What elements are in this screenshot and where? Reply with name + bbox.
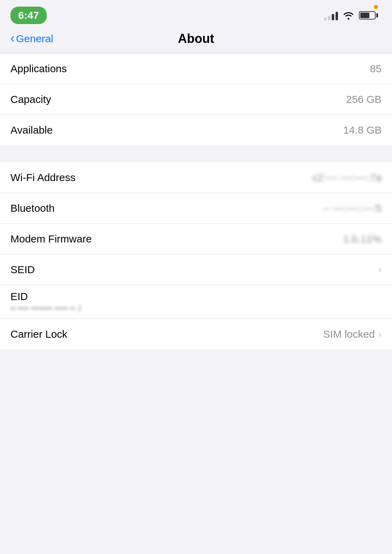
capacity-row: Capacity 256 GB [0,84,392,115]
wifi-address-value: c2:–– ––:––:7a [312,172,382,184]
signal-strength-icon [324,10,338,20]
wifi-address-label: Wi-Fi Address [10,172,76,184]
back-button[interactable]: ‹ General [10,33,53,45]
modem-firmware-label: Modem Firmware [10,233,92,245]
carrier-lock-chevron-icon: › [378,329,382,340]
status-bar: 6:47 [0,0,392,28]
section-gap-2 [0,350,392,366]
eid-value: •• •••• •••••••• ••••• •• 2 [10,304,82,313]
orange-dot-indicator [374,5,378,9]
carrier-lock-label: Carrier Lock [10,328,67,340]
seid-chevron-icon: › [378,264,382,275]
status-icons [324,10,378,20]
bluetooth-label: Bluetooth [10,202,55,214]
status-time: 6:47 [10,7,47,24]
section-gap-1 [0,145,392,162]
eid-row: EID •• •••• •••••••• ••••• •• 2 [0,285,392,319]
capacity-value: 256 GB [346,93,382,105]
seid-label: SEID [10,264,35,276]
battery-icon [359,11,378,20]
section-network: Wi-Fi Address c2:–– ––:––:7a Bluetooth –… [0,162,392,350]
modem-firmware-row: Modem Firmware 1.b.11% [0,224,392,254]
bluetooth-value: – ––:––:––:5 [323,202,382,214]
applications-value: 85 [370,63,382,75]
capacity-label: Capacity [10,93,51,105]
bluetooth-row: Bluetooth – ––:––:––:5 [0,193,392,224]
nav-bar: ‹ General About [0,28,392,53]
eid-label: EID [10,291,28,302]
applications-row: Applications 85 [0,53,392,84]
page-title: About [178,31,214,46]
seid-row[interactable]: SEID › [0,254,392,285]
carrier-lock-value: SIM locked [323,328,375,340]
applications-label: Applications [10,63,67,75]
modem-firmware-value: 1.b.11% [343,233,382,245]
available-row: Available 14.8 GB [0,115,392,145]
carrier-lock-row[interactable]: Carrier Lock SIM locked › [0,319,392,350]
seid-right: › [378,264,382,275]
available-label: Available [10,124,53,136]
wifi-address-row: Wi-Fi Address c2:–– ––:––:7a [0,162,392,193]
back-label: General [16,33,53,45]
available-value: 14.8 GB [343,124,382,136]
wifi-icon [343,11,354,20]
carrier-lock-right: SIM locked › [323,328,382,340]
back-chevron-icon: ‹ [10,32,15,45]
section-storage: Applications 85 Capacity 256 GB Availabl… [0,53,392,145]
